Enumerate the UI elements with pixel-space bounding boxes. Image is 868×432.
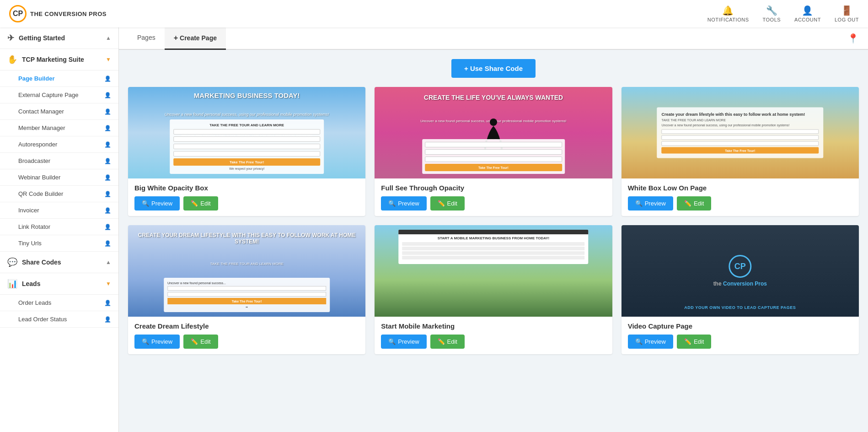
qr-code-builder-label: QR Code Builder [18,190,63,197]
sidebar-item-webinar-builder[interactable]: Webinar Builder 👤 [0,169,118,186]
sidebar-item-autoresponder[interactable]: Autoresponder 👤 [0,136,118,153]
account-label: ACCOUNT [794,17,821,22]
sidebar-item-order-leads[interactable]: Order Leads 👤 [0,295,118,311]
getting-started-arrow: ▲ [106,35,111,41]
preview-button-1[interactable]: 🔍 Preview [134,196,180,211]
form-field-1d [173,151,321,157]
sidebar-section-getting-started[interactable]: ✈ Getting Started ▲ [0,27,118,49]
page-card-actions-4: 🔍 Preview ✏️ Edit [134,335,359,349]
tools-button[interactable]: 🔧 TOOLS [763,5,781,22]
external-icon: 👤 [104,92,111,98]
share-code-container: + Use Share Code [128,59,859,78]
tools-icon: 🔧 [766,5,778,16]
qr-icon: 👤 [104,191,111,197]
sidebar-item-invoicer[interactable]: Invoicer 👤 [0,202,118,219]
getting-started-label: Getting Started [19,34,65,42]
edit-button-6[interactable]: ✏️ Edit [677,335,711,349]
tab-pages[interactable]: Pages [128,27,165,50]
sidebar-section-share-codes[interactable]: 💬 Share Codes ▲ [0,252,118,273]
page-card-image-5: START A MOBILE MARKETING BUSINESS FROM H… [375,225,612,317]
preview-button-6[interactable]: 🔍 Preview [628,335,673,349]
pages-tab-label: Pages [137,34,155,41]
mockup-form-1: TAKE THE FREE TOUR AND LEARN MORE Take T… [170,119,324,174]
preview-button-2[interactable]: 🔍 Preview [381,196,426,211]
webinar-icon: 👤 [104,174,111,181]
sidebar-item-link-rotator[interactable]: Link Rotator 👤 [0,219,118,235]
member-icon: 👤 [104,125,111,131]
share-codes-arrow: ▲ [106,259,111,265]
mockup-window-5: START A MOBILE MARKETING BUSINESS FROM H… [398,230,588,264]
contact-icon: 👤 [104,108,111,115]
page-card-info-6: Video Capture Page 🔍 Preview ✏️ Edit [622,317,859,354]
tcp-arrow: ▼ [106,56,111,63]
sidebar-item-page-builder[interactable]: Page Builder 👤 [0,70,118,87]
add-video-text: ADD YOUR OWN VIDEO TO LEAD CAPTURE PAGES [622,305,859,310]
form-btn-1: Take The Free Tour! [173,158,321,166]
preview-button-3[interactable]: 🔍 Preview [628,196,673,211]
sidebar-item-external-capture[interactable]: External Capture Page 👤 [0,87,118,103]
page-card-title-3: White Box Low On Page [628,184,852,192]
page-card-actions-6: 🔍 Preview ✏️ Edit [628,335,852,349]
logo-text: THE CONVERSION PROS [30,11,107,17]
topnav-right: 🔔 NOTIFICATIONS 🔧 TOOLS 👤 ACCOUNT 🚪 LOG … [707,5,859,22]
create-page-tab-label: Create Page [180,34,217,42]
preview-button-4[interactable]: 🔍 Preview [134,335,180,349]
main-content: Pages + Create Page 📍 + Use Share Code [119,27,868,432]
hand-icon: ✋ [7,54,17,65]
share-codes-icon: 💬 [7,257,17,267]
tab-create-page[interactable]: + Create Page [165,27,226,50]
form-field-2c [425,157,562,162]
page-card-title-5: Start Mobile Marketing [381,322,605,330]
main-layout: ✈ Getting Started ▲ ✋ TCP Marketing Suit… [0,27,868,432]
page-card-title-1: Big White Opacity Box [134,184,359,192]
leads-icon: 📊 [7,279,17,289]
sidebar-item-qr-code-builder[interactable]: QR Code Builder 👤 [0,186,118,202]
preview-button-5[interactable]: 🔍 Preview [381,335,426,349]
mockup-box-3: Create your dream lifestyle with this ea… [657,108,824,158]
order-leads-label: Order Leads [18,299,51,306]
top-navigation: CP THE CONVERSION PROS 🔔 NOTIFICATIONS 🔧… [0,0,868,27]
account-button[interactable]: 👤 ACCOUNT [794,5,821,22]
tabs-right: 📍 [847,33,859,44]
sidebar: ✈ Getting Started ▲ ✋ TCP Marketing Suit… [0,27,119,432]
airplane-icon: ✈ [7,33,14,43]
edit-button-3[interactable]: ✏️ Edit [677,196,711,211]
bell-icon: 🔔 [722,5,734,16]
privacy-text-1: We respect your privacy! [173,167,321,170]
notifications-button[interactable]: 🔔 NOTIFICATIONS [707,5,749,22]
mockup-sub-1: Uncover a new found personal success, us… [128,112,365,117]
logo-circle-6: CP [729,255,751,278]
form-field-1c [173,144,321,149]
mockup-headline-4: CREATE YOUR DREAM LIFESTYLE WITH THIS EA… [128,232,365,245]
page-builder-icon: 👤 [104,76,111,82]
pages-grid: MARKETING BUSINESS TODAY! Uncover a new … [128,87,859,354]
sidebar-item-broadcaster[interactable]: Broadcaster 👤 [0,153,118,169]
page-card-big-white-opacity: MARKETING BUSINESS TODAY! Uncover a new … [128,87,365,216]
mockup-form-2: Take The Free Tour! [422,139,565,174]
sidebar-item-member-manager[interactable]: Member Manager 👤 [0,120,118,136]
use-share-code-button[interactable]: + Use Share Code [451,59,536,78]
edit-button-4[interactable]: ✏️ Edit [183,335,218,349]
lead-order-status-icon: 👤 [104,316,111,323]
location-icon[interactable]: 📍 [847,33,859,44]
edit-button-5[interactable]: ✏️ Edit [430,335,465,349]
logout-button[interactable]: 🚪 LOG OUT [835,5,859,22]
sidebar-item-tiny-urls[interactable]: Tiny Urls 👤 [0,235,118,252]
conversion-pros-text: the Conversion Pros [713,281,767,287]
sidebar-item-contact-manager[interactable]: Contact Manager 👤 [0,103,118,120]
edit-button-1[interactable]: ✏️ Edit [183,196,218,211]
sidebar-section-tcp[interactable]: ✋ TCP Marketing Suite ▼ [0,49,118,70]
edit-button-2[interactable]: ✏️ Edit [430,196,465,211]
tabs-bar: Pages + Create Page 📍 [119,27,868,50]
mockup-logo-6: CP the Conversion Pros [713,255,767,287]
autoresponder-label: Autoresponder [18,141,57,148]
form-field-1a [173,129,321,135]
sidebar-item-lead-order-status[interactable]: Lead Order Status 👤 [0,311,118,328]
page-card-info-4: Create Dream Lifestyle 🔍 Preview ✏️ Edit [128,317,365,354]
sidebar-section-leads[interactable]: 📊 Leads ▼ [0,273,118,295]
logo-circle: CP [9,5,27,22]
member-manager-label: Member Manager [18,124,65,131]
external-capture-label: External Capture Page [18,92,79,98]
tabs-left: Pages + Create Page [128,27,226,49]
invoicer-icon: 👤 [104,207,111,214]
